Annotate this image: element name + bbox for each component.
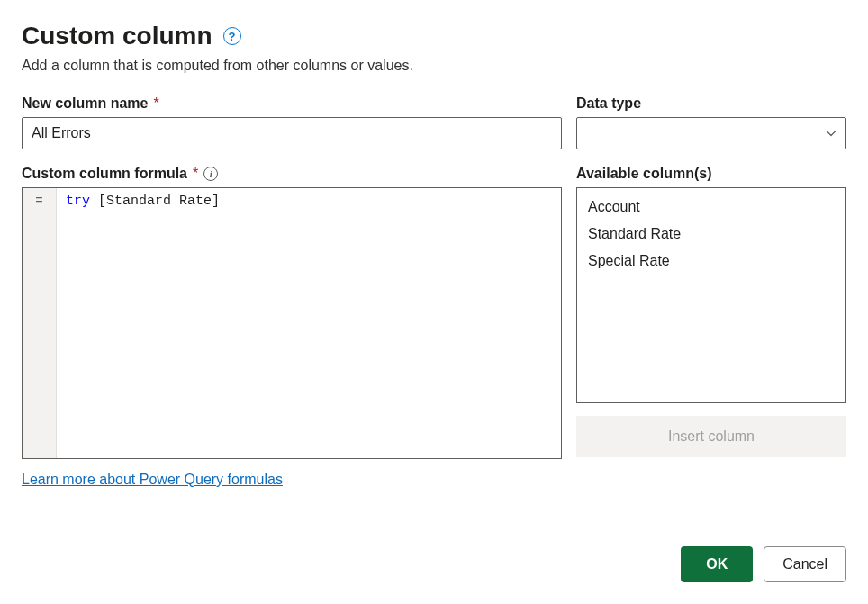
formula-editor[interactable]: = try [Standard Rate] bbox=[22, 187, 562, 459]
column-name-label: New column name * bbox=[22, 95, 562, 112]
help-icon[interactable]: ? bbox=[223, 27, 241, 45]
dialog-header: Custom column ? bbox=[22, 22, 846, 50]
token-keyword: try bbox=[66, 194, 90, 209]
column-name-input[interactable] bbox=[22, 117, 562, 149]
dialog-subtitle: Add a column that is computed from other… bbox=[22, 58, 846, 74]
form-area: New column name * Custom column formula … bbox=[22, 95, 846, 488]
required-indicator: * bbox=[193, 166, 198, 182]
data-type-select[interactable] bbox=[576, 117, 846, 149]
right-column: Data type Available column(s) Account St… bbox=[576, 95, 846, 488]
dialog-title: Custom column bbox=[22, 22, 212, 50]
left-column: New column name * Custom column formula … bbox=[22, 95, 562, 488]
formula-label: Custom column formula * i bbox=[22, 166, 562, 182]
info-icon[interactable]: i bbox=[203, 167, 218, 181]
list-item[interactable]: Standard Rate bbox=[577, 221, 845, 248]
available-columns-label: Available column(s) bbox=[576, 166, 846, 182]
token-rest: [Standard Rate] bbox=[90, 194, 220, 209]
data-type-select-wrap bbox=[576, 117, 846, 149]
column-name-label-text: New column name bbox=[22, 95, 148, 112]
data-type-label-text: Data type bbox=[576, 95, 641, 112]
list-item[interactable]: Special Rate bbox=[577, 248, 845, 275]
data-type-label: Data type bbox=[576, 95, 846, 112]
insert-column-button[interactable]: Insert column bbox=[576, 416, 846, 457]
formula-section: Custom column formula * i = try [Standar… bbox=[22, 166, 562, 459]
formula-gutter: = bbox=[23, 188, 57, 458]
ok-button[interactable]: OK bbox=[681, 546, 753, 582]
required-indicator: * bbox=[153, 95, 158, 112]
formula-label-text: Custom column formula bbox=[22, 166, 187, 182]
list-item[interactable]: Account bbox=[577, 194, 845, 221]
learn-more-link[interactable]: Learn more about Power Query formulas bbox=[22, 472, 562, 488]
formula-code[interactable]: try [Standard Rate] bbox=[57, 188, 561, 458]
cancel-button[interactable]: Cancel bbox=[764, 546, 846, 582]
available-columns-label-text: Available column(s) bbox=[576, 166, 712, 182]
dialog-footer: OK Cancel bbox=[681, 546, 846, 582]
available-columns-section: Available column(s) Account Standard Rat… bbox=[576, 166, 846, 457]
available-columns-list[interactable]: Account Standard Rate Special Rate bbox=[576, 187, 846, 403]
